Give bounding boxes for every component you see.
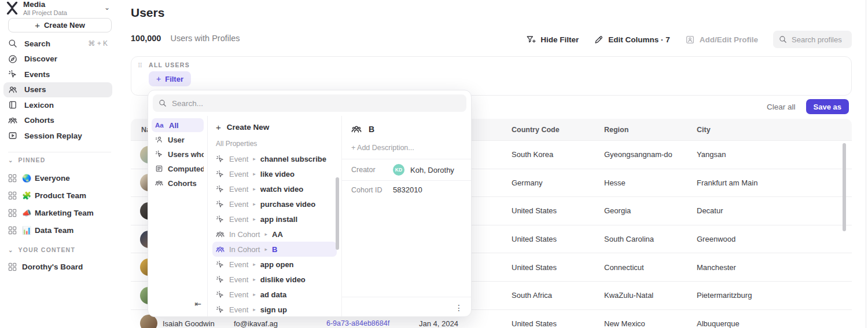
- filter-option-in-cohort-aa[interactable]: In Cohort▸AA: [212, 227, 337, 242]
- shortcut-hint: ⌘ + K: [88, 39, 108, 48]
- your-content-header[interactable]: ⌄ YOUR CONTENT: [8, 246, 112, 253]
- sidebar-divider: [8, 152, 111, 152]
- clear-all-button[interactable]: Clear all: [767, 103, 796, 111]
- sidebar-board-data-team[interactable]: 📊 Data Team: [8, 221, 112, 239]
- cohort-detail-panel: B + Add Description... Creator KD Koh, D…: [342, 116, 471, 316]
- sidebar-item-lexicon[interactable]: Lexicon: [3, 97, 112, 113]
- category-all[interactable]: Aa All: [152, 118, 204, 132]
- workspace-switcher[interactable]: Media All Project Data ⌄: [5, 0, 112, 17]
- column-header-city[interactable]: City: [686, 126, 852, 134]
- event-cursor-icon: [216, 290, 225, 299]
- chevron-down-icon: ⌄: [8, 157, 14, 163]
- aa-icon: Aa: [155, 122, 164, 129]
- board-grid-icon: [8, 263, 17, 271]
- sidebar-item-search[interactable]: Search ⌘ + K: [3, 36, 112, 52]
- sidebar-board-product-team[interactable]: 🧩 Product Team: [8, 187, 112, 204]
- search-profiles-input[interactable]: [792, 35, 846, 44]
- edit-columns-button[interactable]: Edit Columns · 7: [594, 35, 670, 45]
- cohort-id-value: 5832010: [393, 185, 422, 194]
- cell-name: Isaiah Goodwin: [163, 319, 215, 328]
- category-computed[interactable]: Computed: [152, 162, 204, 176]
- event-cursor-icon: [8, 70, 17, 79]
- chevron-down-icon: ⌄: [8, 247, 14, 253]
- cell-region: Connecticut: [594, 263, 686, 272]
- event-cursor-icon: [216, 275, 225, 284]
- sidebar-item-discover[interactable]: Discover: [3, 52, 112, 67]
- category-user[interactable]: User: [152, 133, 204, 147]
- cell-country: United States: [501, 235, 594, 243]
- pinned-section: ⌄ PINNED 🌏 Everyone 🧩 Product Team 📣: [8, 156, 112, 239]
- add-description-button[interactable]: + Add Description...: [342, 134, 471, 159]
- dropdown-search-input[interactable]: [172, 99, 461, 108]
- board-grid-icon: [8, 226, 17, 235]
- board-grid-icon: [8, 209, 17, 217]
- event-cursor-icon: [216, 260, 225, 269]
- add-filter-button[interactable]: + Filter: [149, 71, 191, 86]
- creator-avatar: KD: [393, 164, 404, 176]
- sidebar-item-users[interactable]: Users: [3, 82, 112, 98]
- user-icon: [155, 136, 163, 144]
- cell-city: Frankfurt am Main: [686, 178, 852, 187]
- filter-option-sign-up[interactable]: Event▸sign up: [212, 302, 337, 317]
- drag-handle-icon[interactable]: ⠿: [138, 62, 142, 70]
- globe-emoji-icon: 🌏: [22, 174, 31, 183]
- category-users-who-did[interactable]: Users who di...: [152, 147, 204, 161]
- dropdown-search-box[interactable]: [153, 94, 466, 112]
- list-scrollbar[interactable]: [336, 177, 339, 250]
- filter-dropdown: Aa All User Users who di... Computed Coh…: [148, 90, 472, 317]
- hide-filter-button[interactable]: Hide Filter: [526, 35, 579, 45]
- sidebar-board-dorothys-board[interactable]: Dorothy's Board: [8, 258, 112, 275]
- sidebar-item-events[interactable]: Events: [3, 67, 112, 82]
- filter-option-in-cohort-b[interactable]: In Cohort▸B: [212, 242, 337, 257]
- filter-option-channel-subscribe[interactable]: Event▸channel subscribe: [212, 151, 337, 166]
- table-scrollbar[interactable]: [843, 143, 846, 231]
- your-content-section: ⌄ YOUR CONTENT Dorothy's Board: [8, 246, 112, 275]
- cell-city: Greenwood: [686, 235, 852, 243]
- profile-card-icon: [685, 35, 695, 45]
- filter-option-watch-video[interactable]: Event▸watch video: [212, 181, 337, 196]
- save-as-button[interactable]: Save as: [806, 99, 849, 114]
- chevron-right-icon: ▸: [253, 156, 256, 162]
- plus-icon: +: [35, 20, 40, 30]
- sidebar-item-cohorts[interactable]: Cohorts: [3, 113, 112, 129]
- filter-option-app-install[interactable]: Event▸app install: [212, 212, 337, 227]
- collapse-panel-icon[interactable]: ⇤: [194, 299, 201, 308]
- cell-country: South Korea: [501, 150, 594, 159]
- cell-date: Jan 4, 2024: [409, 319, 501, 328]
- pinned-header[interactable]: ⌄ PINNED: [8, 156, 112, 163]
- chevron-down-icon: ⌄: [104, 3, 110, 12]
- property-list: + Create New All Properties Event▸channe…: [208, 116, 342, 316]
- cell-city: Decatur: [686, 206, 852, 215]
- sidebar-board-everyone[interactable]: 🌏 Everyone: [8, 169, 112, 187]
- create-new-button[interactable]: + Create New: [8, 18, 112, 32]
- compass-icon: [8, 54, 17, 64]
- cell-region: Georgia: [594, 206, 686, 215]
- cohorts-icon: [216, 245, 225, 254]
- filter-option-like-video[interactable]: Event▸like video: [212, 166, 337, 181]
- search-profiles-box[interactable]: [773, 31, 852, 48]
- cohorts-icon: [216, 230, 225, 239]
- filter-option-ad-data[interactable]: Event▸ad data: [212, 287, 337, 302]
- book-icon: [8, 100, 17, 110]
- column-header-country-code[interactable]: Country Code: [501, 126, 594, 134]
- sidebar-item-session-replay[interactable]: Session Replay: [3, 128, 112, 144]
- sidebar-board-marketing-team[interactable]: 📣 Marketing Team: [8, 204, 112, 221]
- board-grid-icon: [8, 191, 17, 200]
- search-icon: [159, 99, 167, 107]
- cell-region: Gyeongsangnam-do: [594, 150, 686, 159]
- filter-option-app-open[interactable]: Event▸app open: [212, 257, 337, 272]
- more-options-icon[interactable]: ⋮: [455, 304, 463, 312]
- megaphone-emoji-icon: 📣: [22, 209, 31, 217]
- dropdown-create-new-button[interactable]: + Create New: [212, 119, 337, 134]
- sidebar-nav: Search ⌘ + K Discover Events Users Lexic…: [3, 36, 112, 144]
- category-cohorts[interactable]: Cohorts: [152, 176, 204, 190]
- column-header-region[interactable]: Region: [594, 126, 686, 134]
- filter-group-label: ALL USERS: [149, 61, 190, 68]
- filter-option-purchase-video[interactable]: Event▸purchase video: [212, 196, 337, 212]
- add-edit-profile-button[interactable]: Add/Edit Profile: [685, 35, 758, 45]
- filter-option-dislike-video[interactable]: Event▸dislike video: [212, 272, 337, 287]
- cell-city: Manchester: [686, 263, 852, 272]
- event-cursor-icon: [216, 155, 225, 163]
- cell-country: United States: [501, 206, 594, 215]
- creator-row: Creator KD Koh, Dorothy: [342, 159, 471, 180]
